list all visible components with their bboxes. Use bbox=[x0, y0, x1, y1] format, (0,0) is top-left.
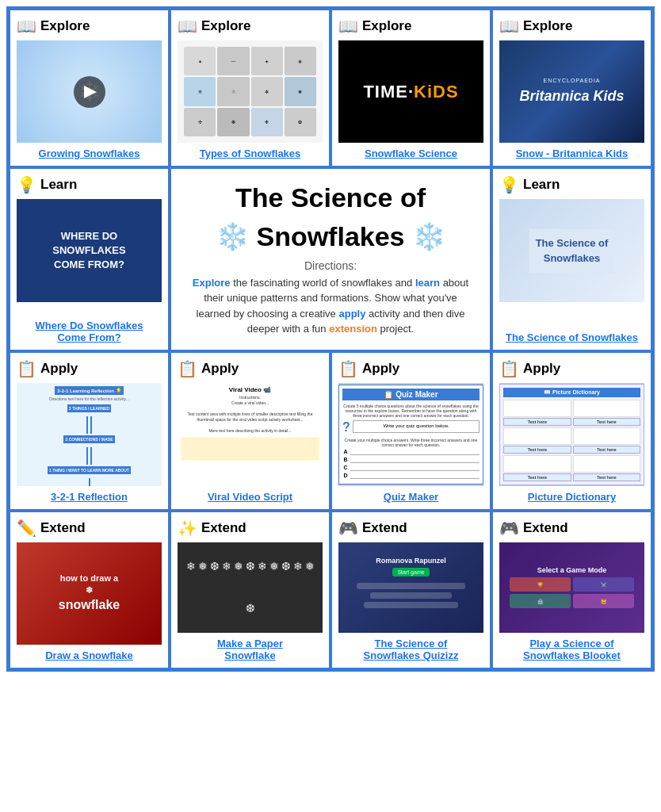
start-game-btn[interactable]: Start game bbox=[392, 568, 429, 576]
letter-b: B bbox=[342, 457, 349, 463]
explore-word: Explore bbox=[193, 277, 231, 289]
gamepad-icon-1: 🎮 bbox=[338, 519, 358, 538]
timekids-img: TIME·KiDS bbox=[338, 40, 483, 143]
directions-text-1: the fascinating world of snowflakes and bbox=[233, 277, 412, 289]
blooket-mode-4[interactable]: 🐱 bbox=[573, 594, 634, 608]
cell-header-extend-4: 🎮 Extend bbox=[499, 519, 568, 538]
picdict-cell-5: Text here bbox=[503, 455, 571, 481]
picdict-cell-4: Text here bbox=[573, 427, 641, 454]
draw-snowflake-link[interactable]: Draw a Snowflake bbox=[45, 649, 133, 661]
timekids-logo: TIME·KiDS bbox=[363, 82, 458, 102]
picture-dictionary-link[interactable]: Picture Dictionary bbox=[528, 491, 616, 503]
book-icon-3: 📖 bbox=[338, 17, 358, 36]
cell-snowflake-science: 📖 Explore TIME·KiDS Snowflake Science bbox=[330, 9, 491, 167]
blooket-link[interactable]: Play a Science of Snowflakes Blooket bbox=[523, 638, 621, 661]
center-directions: Explore the fascinating world of snowfla… bbox=[187, 275, 474, 337]
snowflake-science-link[interactable]: Snowflake Science bbox=[365, 147, 457, 159]
types-snowflakes-link[interactable]: Types of Snowflakes bbox=[200, 147, 301, 159]
picdict-img-4 bbox=[573, 427, 641, 445]
picdict-cell-2: Text here bbox=[573, 400, 641, 426]
cell-britannica: 📖 Explore ENCYCLOPAEDIA Britannica Kids … bbox=[491, 9, 652, 167]
answer-line-c bbox=[350, 465, 480, 471]
blooket-mode-grid: 🏆 ⚔️ 🏦 🐱 bbox=[510, 577, 635, 608]
growing-snowflakes-link[interactable]: Growing Snowflakes bbox=[39, 147, 140, 159]
kids-yellow: KiDS bbox=[414, 82, 459, 102]
cell-draw-snowflake: ✏️ Extend how to draw a❄snowflake Draw a… bbox=[9, 511, 170, 669]
picdict-img-6 bbox=[573, 455, 641, 473]
reflection-row-header-2: 2 CONNECTIONS I MADE bbox=[63, 435, 114, 443]
question-mark: ? bbox=[342, 420, 350, 435]
cell-quizizz: 🎮 Extend Romanova Rapunzel Start game bbox=[330, 511, 491, 669]
gamepad-icon-2: 🎮 bbox=[499, 519, 519, 538]
paper-flake-5: ❅ bbox=[234, 560, 243, 573]
reflection-box-1 bbox=[86, 416, 88, 434]
cell-types-snowflakes: 📖 Explore ✶ — ✦ ❄ ❊ ☃ ✼ ❅ ✣ ❆ ❉ ✿ bbox=[170, 9, 330, 167]
picdict-img-5 bbox=[503, 455, 571, 473]
clipboard-icon-4: 📋 bbox=[499, 359, 519, 378]
science-book-thumb: The Science ofSnowflakes bbox=[529, 229, 615, 273]
paper-img: ❄ ❅ ❆ ❄ ❅ ❆ ❄ ❅ ❆ ❄ ❅ ❆ bbox=[178, 542, 323, 633]
answer-row-a: A bbox=[342, 449, 480, 455]
lightbulb-icon-2: 💡 bbox=[499, 175, 519, 194]
blooket-mode-2[interactable]: ⚔️ bbox=[573, 577, 634, 592]
britannica-title: Britannica Kids bbox=[519, 86, 624, 106]
center-snowflakes-label: ❄️ Snowflakes ❄️ bbox=[216, 221, 445, 251]
type-3: ✦ bbox=[251, 47, 283, 75]
pencil-icon-1: ✏️ bbox=[17, 519, 36, 538]
britannica-link[interactable]: Snow - Britannica Kids bbox=[516, 147, 629, 159]
apply-label-2: Apply bbox=[201, 361, 239, 377]
viral-notes-box bbox=[181, 437, 319, 461]
321-reflection-link[interactable]: 3-2-1 Reflection bbox=[51, 491, 128, 503]
blooket-mode-1[interactable]: 🏆 bbox=[510, 577, 571, 592]
center-cell: The Science of ❄️ Snowflakes ❄️ Directio… bbox=[170, 167, 491, 351]
quizizz-link[interactable]: The Science of Snowflakes Quizizz bbox=[364, 638, 459, 661]
answer-line-b bbox=[350, 457, 480, 463]
viral-img: Viral Video 📹 Instructions: Create a vir… bbox=[178, 383, 323, 486]
types-snowflakes-img: ✶ — ✦ ❄ ❊ ☃ ✼ ❅ ✣ ❆ ❉ ✿ bbox=[178, 40, 323, 143]
quizizz-option-bar bbox=[410, 613, 413, 618]
paper-flake-1: ❄ bbox=[186, 560, 196, 573]
type-11: ❉ bbox=[251, 108, 283, 136]
cell-header-extend-1: ✏️ Extend bbox=[17, 519, 86, 538]
answer-row-c: C bbox=[342, 465, 480, 471]
type-5: ❊ bbox=[184, 77, 216, 105]
picdict-grid: Text here Text here Text here Text bbox=[503, 400, 640, 481]
blooket-mode-3[interactable]: 🏦 bbox=[510, 594, 571, 608]
play-button-1[interactable] bbox=[74, 76, 105, 108]
where-link-line2: Come From? bbox=[57, 331, 120, 343]
quiz-maker-link[interactable]: Quiz Maker bbox=[384, 491, 438, 503]
types-grid: ✶ — ✦ ❄ ❊ ☃ ✼ ❅ ✣ ❆ ❉ ✿ bbox=[181, 44, 319, 140]
explore-label-4: Explore bbox=[523, 18, 572, 34]
picdict-cell-3: Text here bbox=[503, 427, 571, 454]
type-7: ✼ bbox=[251, 77, 283, 105]
picdict-label-3: Text here bbox=[503, 446, 571, 454]
paper-flake-3: ❆ bbox=[210, 560, 220, 573]
quizizz-link-line2: Snowflakes Quizizz bbox=[364, 649, 459, 661]
quiz-maker-header: 📋 Quiz Maker bbox=[342, 389, 480, 400]
quizizz-img: Romanova Rapunzel Start game bbox=[338, 542, 483, 633]
quiz-question-box: Write your quiz question below. bbox=[353, 420, 480, 433]
directions-label: Directions: bbox=[304, 259, 357, 272]
type-4: ❄ bbox=[285, 47, 316, 75]
cell-viral-video: 📋 Apply Viral Video 📹 Instructions: Crea… bbox=[170, 351, 330, 511]
picdict-label-1: Text here bbox=[503, 418, 571, 426]
paper-flake-12: ❆ bbox=[246, 602, 255, 615]
cell-header-apply-2: 📋 Apply bbox=[178, 359, 239, 378]
viral-video-link[interactable]: Viral Video Script bbox=[208, 491, 292, 503]
where-snowflakes-link[interactable]: Where Do Snowflakes Come From? bbox=[36, 320, 143, 343]
cell-header-extend-2: ✨ Extend bbox=[178, 519, 246, 538]
clipboard-icon-3: 📋 bbox=[338, 359, 358, 378]
picdict-header: 📖 Picture Dictionary bbox=[503, 388, 640, 397]
type-9: ✣ bbox=[184, 108, 216, 136]
paper-snowflake-link[interactable]: Make a Paper Snowflake bbox=[217, 638, 283, 661]
picdict-container: 📖 Picture Dictionary Text here Text here bbox=[499, 384, 644, 485]
reflection-header: 3-2-1 Learning Reflection 💡 bbox=[55, 386, 123, 395]
reflection-boxes-2 bbox=[86, 447, 92, 465]
science-snowflakes-link[interactable]: The Science of Snowflakes bbox=[506, 331, 638, 343]
paper-flake-6: ❆ bbox=[246, 560, 255, 573]
extend-label-1: Extend bbox=[40, 520, 86, 536]
learn-word: learn bbox=[415, 277, 440, 289]
reflection-box-2 bbox=[90, 416, 92, 434]
science-book-img: The Science ofSnowflakes bbox=[499, 199, 644, 302]
cell-blooket: 🎮 Extend Select a Game Mode 🏆 ⚔️ 🏦 🐱 Pla… bbox=[491, 511, 652, 669]
